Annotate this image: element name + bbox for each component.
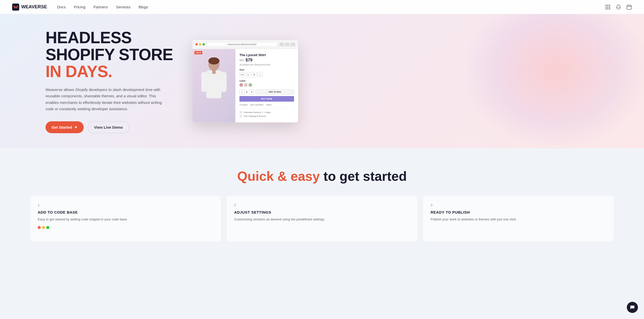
- dot-green-step: [46, 226, 49, 229]
- product-card: SALE: [192, 49, 298, 122]
- logo-icon: [12, 4, 19, 11]
- size-m[interactable]: M: [252, 72, 257, 77]
- nav-item-blogs[interactable]: Blogs: [139, 5, 148, 9]
- svg-rect-6: [606, 7, 607, 8]
- step-title-1: ADD TO CODE BASE: [38, 210, 213, 214]
- svg-rect-1: [13, 6, 14, 7]
- svg-rect-7: [607, 7, 608, 8]
- sale-badge: SALE: [194, 51, 202, 54]
- navbar-right: [605, 4, 632, 10]
- color-3[interactable]: [249, 83, 252, 87]
- hero-title: HEADLESS SHOPIFY STORE IN DAYS.: [46, 29, 192, 80]
- quick-start-section: Quick & easy to get started 1 ADD TO COD…: [0, 148, 644, 257]
- delivery-text-2: Free Shipping & Returns: [244, 115, 266, 117]
- product-actions: Compare Ask a question Share: [239, 104, 294, 106]
- size-l[interactable]: L: [258, 72, 263, 77]
- step-card-3: 3 READY TO PUBLISH Publish your work to …: [423, 196, 614, 241]
- svg-rect-18: [221, 72, 227, 92]
- logo[interactable]: WEAVERSE: [12, 4, 47, 11]
- svg-rect-3: [606, 5, 607, 6]
- calendar-icon[interactable]: [626, 4, 632, 10]
- svg-rect-16: [212, 70, 216, 74]
- view-live-demo-button[interactable]: View Live Demo: [88, 121, 129, 133]
- notification-icon[interactable]: [616, 4, 621, 10]
- hero-bg-blob: [467, 14, 644, 146]
- size-xs[interactable]: XS: [239, 72, 245, 77]
- svg-rect-4: [607, 5, 608, 6]
- qty-increase[interactable]: +: [249, 89, 254, 95]
- nav-links: Docs Pricing Partners Services Blogs: [57, 5, 148, 9]
- nav-item-docs[interactable]: Docs: [57, 5, 66, 9]
- delivery-info: Estimated Delivery: 5 - 9 days Free Ship…: [239, 108, 294, 118]
- chat-bubble[interactable]: [627, 302, 638, 313]
- svg-rect-17: [201, 72, 207, 92]
- product-image: [199, 55, 229, 116]
- delivery-row-2: Free Shipping & Returns: [239, 115, 294, 118]
- svg-rect-11: [609, 8, 610, 9]
- nav-item-partners[interactable]: Partners: [94, 5, 108, 9]
- hero-content: HEADLESS SHOPIFY STORE IN DAYS. Weaverse…: [46, 29, 192, 133]
- qty-value: 1: [246, 90, 248, 94]
- step-desc-3: Publish your work to websites or themes …: [431, 217, 606, 222]
- section-title-accent: Quick & easy: [237, 169, 320, 184]
- hero-mockup-wrapper: weaverse/collections/shirt SALE: [192, 40, 298, 123]
- svg-rect-9: [606, 8, 607, 9]
- product-info-section: The Lyocell Shirt $99 $79 2k people are …: [235, 49, 298, 122]
- add-to-bag-button[interactable]: ADD TO BAG: [256, 89, 294, 95]
- browser-actions: [279, 43, 295, 46]
- browser-action-2: [285, 43, 290, 46]
- step-number-3: 3: [431, 203, 606, 207]
- step-card-1: 1 ADD TO CODE BASE Easy to get started b…: [30, 196, 221, 241]
- product-name: The Lyocell Shirt: [239, 53, 294, 57]
- hero-section: HEADLESS SHOPIFY STORE IN DAYS. Weaverse…: [0, 14, 644, 148]
- dot-green: [203, 43, 205, 45]
- hero-description: Weaverse allows Shopify developers to sl…: [46, 86, 162, 112]
- hero-buttons: Get Started View Live Demo: [46, 121, 192, 133]
- color-2[interactable]: [244, 83, 248, 87]
- chat-icon: [630, 305, 635, 310]
- dot-yellow: [199, 43, 201, 45]
- apps-icon[interactable]: [605, 4, 611, 10]
- brand-name: WEAVERSE: [21, 4, 47, 10]
- price-sale: $79: [246, 58, 252, 62]
- browser-dots: [195, 43, 205, 45]
- svg-rect-10: [607, 8, 608, 9]
- sparkle-icon: [74, 125, 78, 129]
- svg-rect-8: [609, 7, 610, 8]
- get-started-button[interactable]: Get Started: [46, 121, 84, 133]
- share-link[interactable]: Share: [266, 104, 271, 106]
- svg-rect-2: [17, 6, 18, 7]
- nav-item-services[interactable]: Services: [116, 5, 130, 9]
- svg-rect-15: [206, 71, 221, 98]
- step-desc-1: Easy to get started by adding code snipp…: [38, 217, 213, 222]
- browser-action-1: [279, 43, 284, 46]
- qty-decrease[interactable]: −: [239, 89, 245, 95]
- browser-url-bar: weaverse/collections/shirt: [207, 42, 277, 47]
- step-number-1: 1: [38, 203, 213, 207]
- quantity-row: − 1 + ADD TO BAG: [239, 89, 294, 95]
- color-label: Color:: [239, 80, 294, 82]
- navbar-left: WEAVERSE Docs Pricing Partners Services …: [12, 4, 148, 11]
- delivery-row-1: Estimated Delivery: 5 - 9 days: [239, 111, 294, 114]
- size-s[interactable]: S: [246, 72, 251, 77]
- hero-mockup: weaverse/collections/shirt SALE: [192, 40, 298, 123]
- product-image-section: SALE: [192, 49, 235, 122]
- svg-point-14: [208, 57, 219, 64]
- hero-title-accent: IN DAYS.: [46, 62, 112, 81]
- delivery-text-1: Estimated Delivery: 5 - 9 days: [244, 111, 271, 113]
- color-options: [239, 83, 294, 87]
- svg-rect-12: [627, 5, 631, 9]
- step-visual-1: [38, 226, 213, 229]
- price-original: $99: [239, 59, 244, 62]
- browser-action-3: [291, 43, 295, 46]
- step-desc-2: Customizing sections as desired using th…: [234, 217, 410, 222]
- step-card-2: 2 ADJUST SETTINGS Customizing sections a…: [227, 196, 417, 241]
- nav-item-pricing[interactable]: Pricing: [74, 5, 85, 9]
- ask-question-link[interactable]: Ask a question: [250, 104, 263, 106]
- compare-link[interactable]: Compare: [239, 104, 248, 106]
- step-title-2: ADJUST SETTINGS: [234, 210, 410, 214]
- delivery-truck-icon: [239, 111, 242, 114]
- size-label: Size:: [239, 69, 294, 71]
- buy-now-button[interactable]: BUY NOW: [239, 96, 294, 102]
- color-1[interactable]: [239, 83, 243, 87]
